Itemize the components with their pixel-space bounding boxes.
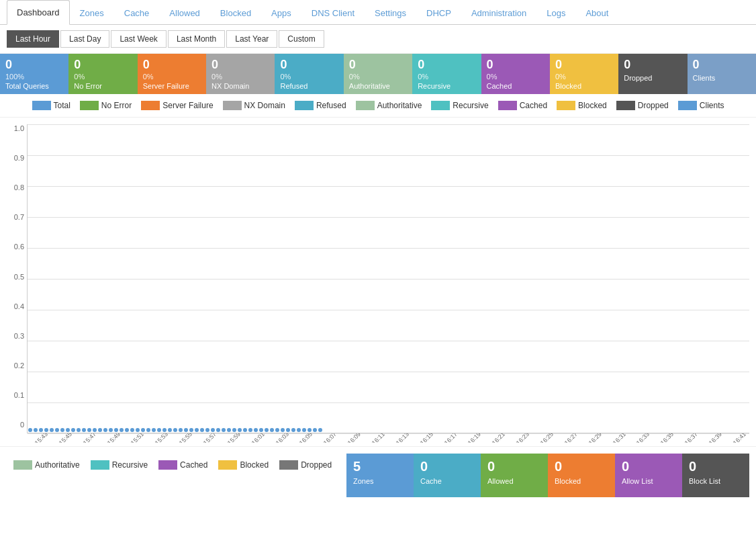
chart-dot	[275, 428, 279, 432]
stat-card-server-failure: 0 0% Server Failure	[138, 54, 206, 94]
chart-dot	[259, 428, 263, 432]
grid-line	[28, 310, 749, 310]
stat-card-nx-domain: 0 0% NX Domain	[206, 54, 275, 94]
chart-dot	[152, 428, 156, 432]
x-axis-label: 16:17	[440, 433, 461, 443]
nav-item-dhcp[interactable]: DHCP	[416, 1, 461, 25]
nav-item-allowed[interactable]: Allowed	[159, 1, 210, 25]
y-axis-label: 0.6	[14, 243, 24, 251]
chart-dot	[243, 428, 247, 432]
x-axis-label: 16:31	[608, 433, 630, 443]
x-axis-label: 16:19	[464, 433, 485, 443]
chart-dot	[302, 428, 306, 432]
y-axis-label: 0.4	[14, 302, 24, 310]
bottom-legend-item-dropped: Dropped	[279, 460, 332, 470]
bottom-stat-cache: 0 Cache	[414, 454, 481, 497]
bottom-stat-allowed: 0 Allowed	[481, 454, 548, 497]
stat-card-cached: 0 0% Cached	[481, 54, 550, 94]
chart-dot	[205, 428, 209, 432]
chart-dot	[200, 428, 204, 432]
chart-dot	[254, 428, 258, 432]
stat-card-blocked: 0 0% Blocked	[550, 54, 618, 94]
nav-item-about[interactable]: About	[575, 1, 618, 25]
legend-item-nx-domain: NX Domain	[223, 101, 285, 110]
nav-item-dns-client[interactable]: DNS Client	[301, 1, 365, 25]
stat-card-no-error: 0 0% No Error	[68, 54, 137, 94]
x-axis-label: 16:07	[320, 433, 341, 443]
legend-swatch	[431, 101, 450, 110]
chart-dot	[39, 428, 43, 432]
legend-swatch	[356, 101, 375, 110]
chart-dot	[109, 428, 113, 432]
chart-dot	[34, 428, 38, 432]
grid-line	[28, 186, 749, 187]
chart-dot	[141, 428, 145, 432]
nav-item-administration[interactable]: Administration	[461, 1, 536, 25]
chart-dot	[103, 428, 107, 432]
nav-item-dashboard[interactable]: Dashboard	[7, 0, 70, 25]
chart-grid	[27, 124, 749, 433]
x-axis-label: 16:35	[657, 433, 678, 443]
chart-dot	[93, 428, 97, 432]
x-axis-label: 15:47	[79, 433, 100, 443]
chart-dot	[162, 428, 167, 432]
nav-item-zones[interactable]: Zones	[70, 1, 114, 25]
time-btn-last-hour[interactable]: Last Hour	[7, 30, 59, 48]
x-axis-label: 16:03	[271, 433, 293, 443]
legend-item-blocked: Blocked	[557, 101, 607, 110]
nav-item-settings[interactable]: Settings	[365, 1, 416, 25]
stat-card-total-queries: 0 100% Total Queries	[0, 54, 68, 94]
chart-dot	[98, 428, 102, 432]
x-axis-label: 16:27	[560, 433, 581, 443]
time-btn-custom[interactable]: Custom	[279, 30, 324, 48]
bottom-legend-item-authoritative: Authoritative	[13, 460, 80, 470]
nav-item-apps[interactable]: Apps	[261, 1, 301, 25]
x-axis-label: 15:59	[223, 433, 244, 443]
time-btn-last-day[interactable]: Last Day	[60, 30, 109, 48]
legend-swatch	[32, 101, 51, 110]
chart-dot	[216, 428, 220, 432]
x-axis-label: 16:11	[367, 433, 389, 443]
chart-dot	[125, 428, 129, 432]
chart-dot	[281, 428, 285, 432]
legend-swatch	[678, 101, 697, 110]
x-axis-label: 16:41	[728, 433, 749, 443]
bottom-section: Authoritative Recursive Cached Blocked D…	[0, 446, 756, 504]
grid-line	[28, 248, 749, 249]
time-btn-last-week[interactable]: Last Week	[111, 30, 166, 48]
legend-item-dropped: Dropped	[616, 101, 669, 110]
chart-dot	[297, 428, 301, 432]
chart-dot	[120, 428, 124, 432]
x-axis-label: 16:21	[488, 433, 510, 443]
legend-swatch	[557, 101, 575, 110]
bottom-stat-blocked: 0 Blocked	[548, 454, 615, 497]
time-btn-last-year[interactable]: Last Year	[226, 30, 277, 48]
nav-item-logs[interactable]: Logs	[536, 1, 575, 25]
chart-dot	[50, 428, 54, 432]
bottom-stat-allow-list: 0 Allow List	[615, 454, 682, 497]
x-axis-label: 15:43	[30, 433, 52, 443]
y-axis-label: 0.9	[14, 154, 24, 162]
chart-dot	[195, 428, 199, 432]
x-axis-label: 16:23	[512, 433, 533, 443]
chart-dot	[173, 428, 177, 432]
stats-row: 0 100% Total Queries0 0% No Error0 0% Se…	[0, 54, 756, 94]
legend-swatch	[80, 101, 99, 110]
nav-item-blocked[interactable]: Blocked	[210, 1, 261, 25]
x-axis-label: 15:57	[199, 433, 220, 443]
chart-dot	[313, 428, 317, 432]
time-btn-last-month[interactable]: Last Month	[168, 30, 225, 48]
y-axis-label: 0	[20, 421, 24, 429]
chart-dot	[211, 428, 215, 432]
time-bar: Last HourLast DayLast WeekLast MonthLast…	[0, 25, 756, 54]
chart-dot	[114, 428, 118, 432]
y-axis-label: 0.5	[14, 273, 24, 281]
nav-item-cache[interactable]: Cache	[114, 1, 160, 25]
chart-dot	[238, 428, 242, 432]
chart-dot	[71, 428, 75, 432]
x-axis: 15:4315:4515:4715:4915:5115:5315:5515:57…	[27, 433, 749, 443]
x-axis-label: 16:05	[295, 433, 317, 443]
bottom-legend-swatch	[279, 460, 298, 470]
y-axis-label: 1.0	[14, 124, 24, 132]
nav-bar: DashboardZonesCacheAllowedBlockedAppsDNS…	[0, 0, 756, 25]
